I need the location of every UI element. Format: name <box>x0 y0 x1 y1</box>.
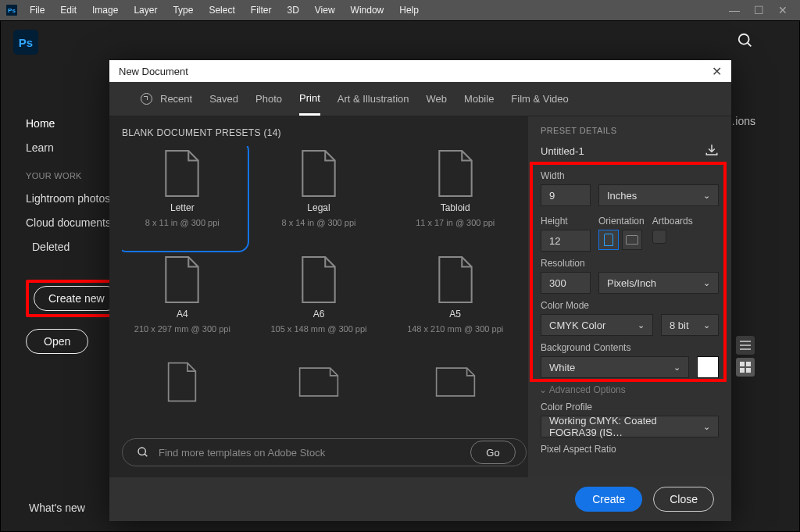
artboards-label: Artboards <box>652 216 693 227</box>
preset-a6[interactable]: A6 105 x 148 mm @ 300 ppi <box>262 255 377 349</box>
save-preset-icon[interactable] <box>705 143 719 159</box>
preset-subtitle: 11 x 17 in @ 300 ppi <box>416 218 495 227</box>
preset-subtitle: 8 x 11 in @ 300 ppi <box>145 218 220 227</box>
tab-mobile[interactable]: Mobile <box>464 82 494 116</box>
preset-name: A5 <box>449 309 461 320</box>
menu-file[interactable]: File <box>22 2 52 19</box>
tab-saved[interactable]: Saved <box>209 82 238 116</box>
close-icon[interactable]: ✕ <box>712 64 722 79</box>
stock-search-placeholder: Find more templates on Adobe Stock <box>159 447 325 459</box>
search-icon[interactable] <box>737 32 754 53</box>
preset-details-panel: PRESET DETAILS Untitled-1 Width 9 Inches… <box>528 116 731 477</box>
menu-type[interactable]: Type <box>165 2 201 19</box>
preset-a5[interactable]: A5 148 x 210 mm @ 300 ppi <box>398 255 512 349</box>
tab-art-illustration[interactable]: Art & Illustration <box>338 82 409 116</box>
color-profile-select[interactable]: Working CMYK: Coated FOGRA39 (IS…⌄ <box>541 416 719 437</box>
presets-header: BLANK DOCUMENT PRESETS (14) <box>122 127 516 138</box>
document-icon <box>162 149 202 198</box>
preset-name: A6 <box>313 309 325 320</box>
color-mode-select[interactable]: CMYK Color⌄ <box>541 314 653 336</box>
preset-item-6[interactable] <box>125 362 240 427</box>
bg-contents-label: Background Contents <box>541 342 719 353</box>
document-icon <box>435 362 476 402</box>
advanced-options-toggle[interactable]: ⌄ Advanced Options <box>539 384 719 395</box>
document-icon <box>298 255 339 304</box>
dialog-footer: Create Close <box>109 477 731 521</box>
menu-view[interactable]: View <box>307 2 343 19</box>
bit-depth-select[interactable]: 8 bit⌄ <box>661 314 719 336</box>
dialog-title: New Document <box>119 66 188 77</box>
width-unit-select[interactable]: Inches⌄ <box>598 184 719 206</box>
svg-line-3 <box>145 454 147 456</box>
tab-print[interactable]: Print <box>299 82 320 116</box>
bg-color-swatch[interactable] <box>697 356 719 378</box>
app-menu-icon[interactable]: Ps <box>6 5 17 16</box>
svg-rect-7 <box>740 362 745 366</box>
menu-layer[interactable]: Layer <box>126 2 165 19</box>
preset-subtitle: 210 x 297 mm @ 300 ppi <box>134 324 230 334</box>
window-controls: — ☐ ✕ <box>729 4 794 16</box>
height-input[interactable]: 12 <box>541 230 591 252</box>
preset-letter[interactable]: Letter 8 x 11 in @ 300 ppi <box>125 149 240 243</box>
svg-rect-5 <box>740 345 751 346</box>
menu-edit[interactable]: Edit <box>52 2 84 19</box>
document-icon <box>435 149 476 198</box>
svg-point-0 <box>739 34 749 44</box>
document-icon <box>162 255 202 304</box>
preset-name: Letter <box>170 202 195 213</box>
list-view-icon[interactable] <box>736 336 755 355</box>
new-document-dialog: New Document ✕ RecentSavedPhotoPrintArt … <box>109 60 731 521</box>
preset-name-field[interactable]: Untitled-1 <box>541 145 584 157</box>
tab-film-video[interactable]: Film & Video <box>511 82 568 116</box>
menu-bar: Ps FileEditImageLayerTypeSelectFilter3DV… <box>0 0 800 20</box>
artboards-checkbox[interactable] <box>652 230 666 244</box>
svg-line-1 <box>748 42 752 46</box>
preset-tabloid[interactable]: Tabloid 11 x 17 in @ 300 ppi <box>398 149 512 243</box>
color-mode-label: Color Mode <box>541 300 719 311</box>
menu-select[interactable]: Select <box>201 2 242 19</box>
document-icon <box>435 255 476 304</box>
preset-legal[interactable]: Legal 8 x 14 in @ 300 ppi <box>262 149 377 243</box>
open-button[interactable]: Open <box>26 329 88 354</box>
create-new-button[interactable]: Create new <box>34 286 120 311</box>
preset-item-7[interactable] <box>262 362 377 427</box>
orientation-landscape-button[interactable] <box>622 230 642 250</box>
tab-recent[interactable]: Recent <box>141 82 192 116</box>
stock-search-input[interactable]: Find more templates on Adobe Stock <box>122 438 527 466</box>
close-window-icon[interactable]: ✕ <box>778 4 788 16</box>
category-tabs: RecentSavedPhotoPrintArt & IllustrationW… <box>109 82 731 116</box>
close-button[interactable]: Close <box>653 487 714 512</box>
dialog-titlebar: New Document ✕ <box>109 60 731 82</box>
go-button[interactable]: Go <box>470 441 516 464</box>
svg-rect-8 <box>746 362 751 366</box>
minimize-icon[interactable]: — <box>729 4 740 16</box>
create-button[interactable]: Create <box>575 487 642 512</box>
ps-logo-icon: Ps <box>13 30 38 55</box>
document-icon <box>298 149 339 198</box>
svg-rect-6 <box>740 348 751 350</box>
presets-panel: BLANK DOCUMENT PRESETS (14) Letter 8 x 1… <box>109 116 528 477</box>
document-icon <box>162 362 202 402</box>
width-label: Width <box>541 170 719 181</box>
orientation-portrait-button[interactable] <box>598 230 619 250</box>
menu-filter[interactable]: Filter <box>243 2 280 19</box>
preset-a4[interactable]: A4 210 x 297 mm @ 300 ppi <box>125 255 240 349</box>
preset-subtitle: 105 x 148 mm @ 300 ppi <box>270 324 366 334</box>
resolution-input[interactable]: 300 <box>541 272 591 294</box>
width-input[interactable]: 9 <box>541 184 591 206</box>
menu-3d[interactable]: 3D <box>279 2 306 19</box>
maximize-icon[interactable]: ☐ <box>754 4 764 16</box>
whats-new-link[interactable]: What's new <box>29 502 85 514</box>
tab-web[interactable]: Web <box>427 82 448 116</box>
resolution-unit-select[interactable]: Pixels/Inch⌄ <box>598 272 719 294</box>
menu-help[interactable]: Help <box>391 2 427 19</box>
tab-photo[interactable]: Photo <box>255 82 282 116</box>
bg-contents-select[interactable]: White⌄ <box>541 356 689 378</box>
menu-image[interactable]: Image <box>84 2 126 19</box>
grid-view-icon[interactable] <box>736 358 755 377</box>
document-icon <box>298 362 339 402</box>
preset-name: Tabloid <box>441 202 470 213</box>
preset-item-8[interactable] <box>398 362 512 427</box>
svg-rect-9 <box>740 368 745 373</box>
menu-window[interactable]: Window <box>343 2 392 19</box>
